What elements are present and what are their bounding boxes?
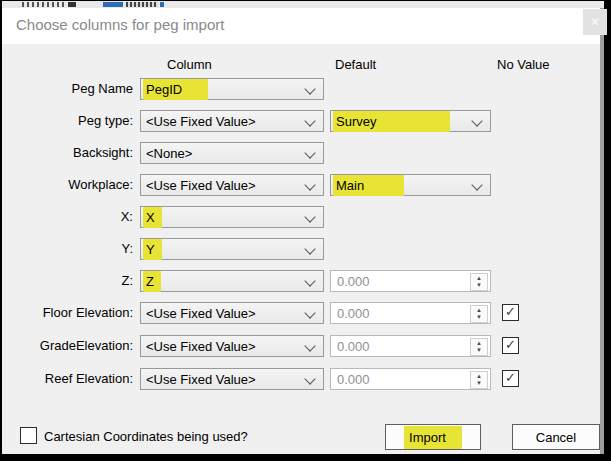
row-label: Peg type: xyxy=(8,110,133,132)
reef-elevation-default-spinner[interactable]: 0.000 ▲ ▼ xyxy=(330,368,491,390)
dropdown-value: <Use Fixed Value> xyxy=(146,372,256,387)
dialog-title: Choose columns for peg import xyxy=(16,16,224,33)
dropdown-value: Survey xyxy=(333,111,450,132)
grade-elevation-column-dropdown[interactable]: <Use Fixed Value> xyxy=(140,335,324,357)
background-import-icon xyxy=(103,2,123,7)
x-column-dropdown[interactable]: X xyxy=(140,206,324,228)
spinner-up-icon[interactable]: ▲ xyxy=(476,275,482,282)
spinner-buttons[interactable]: ▲ ▼ xyxy=(470,273,488,291)
chevron-down-icon xyxy=(304,373,315,384)
grade-elevation-default-spinner[interactable]: 0.000 ▲ ▼ xyxy=(330,335,491,357)
reef-elevation-column-dropdown[interactable]: <Use Fixed Value> xyxy=(140,368,324,390)
background-toolbar-marks xyxy=(126,2,158,7)
cartesian-coordinates-checkbox[interactable] xyxy=(20,427,37,444)
column-header-no-value: No Value xyxy=(497,57,550,72)
spinner-down-icon[interactable]: ▼ xyxy=(476,380,482,387)
column-header-column: Column xyxy=(167,57,212,72)
z-default-spinner[interactable]: 0.000 ▲ ▼ xyxy=(330,270,491,292)
row-label: Y: xyxy=(8,238,133,260)
chevron-down-icon xyxy=(471,179,482,190)
close-button[interactable]: ✕ xyxy=(583,9,607,35)
peg-type-column-dropdown[interactable]: <Use Fixed Value> xyxy=(140,110,324,132)
column-header-default: Default xyxy=(335,57,376,72)
dropdown-value: <Use Fixed Value> xyxy=(146,339,256,354)
chevron-down-icon xyxy=(304,115,315,126)
chevron-down-icon xyxy=(304,179,315,190)
dropdown-value: <Use Fixed Value> xyxy=(146,178,256,193)
spinner-up-icon[interactable]: ▲ xyxy=(476,373,482,380)
cartesian-coordinates-label: Cartesian Coordinates being used? xyxy=(44,429,248,444)
spinner-value: 0.000 xyxy=(337,274,370,289)
row-label: Reef Elevation: xyxy=(8,368,133,390)
dropdown-value: <Use Fixed Value> xyxy=(146,114,256,129)
dropdown-value: PegID xyxy=(143,79,208,100)
dropdown-value: Main xyxy=(333,175,404,196)
chevron-down-icon xyxy=(304,243,315,254)
dropdown-value: X xyxy=(143,207,162,228)
chevron-down-icon xyxy=(304,147,315,158)
spinner-value: 0.000 xyxy=(337,339,370,354)
chevron-down-icon xyxy=(304,340,315,351)
peg-name-column-dropdown[interactable]: PegID xyxy=(140,78,324,100)
background-app-fragment xyxy=(2,1,604,8)
chevron-down-icon xyxy=(304,307,315,318)
row-label: GradeElevation: xyxy=(8,335,133,357)
y-column-dropdown[interactable]: Y xyxy=(140,238,324,260)
reef-elevation-no-value-checkbox[interactable]: ✓ xyxy=(502,370,519,387)
import-button-label: Import xyxy=(404,426,462,449)
workplace-default-dropdown[interactable]: Main xyxy=(330,174,491,196)
background-toolbar-marks xyxy=(68,2,76,7)
chevron-down-icon xyxy=(304,211,315,222)
row-label: Workplace: xyxy=(8,174,133,196)
dropdown-value: <None> xyxy=(146,146,192,161)
chevron-down-icon xyxy=(304,275,315,286)
dropdown-value: Y xyxy=(143,239,162,260)
peg-type-default-dropdown[interactable]: Survey xyxy=(330,110,491,132)
spinner-buttons[interactable]: ▲ ▼ xyxy=(470,305,488,323)
floor-elevation-default-spinner[interactable]: 0.000 ▲ ▼ xyxy=(330,302,491,324)
chevron-down-icon xyxy=(304,83,315,94)
row-label: Z: xyxy=(8,270,133,292)
background-toolbar-marks xyxy=(160,2,164,7)
row-label: X: xyxy=(8,206,133,228)
dialog-edge-shadow xyxy=(600,8,604,454)
spinner-value: 0.000 xyxy=(337,306,370,321)
backsight-column-dropdown[interactable]: <None> xyxy=(140,142,324,164)
check-icon: ✓ xyxy=(505,371,516,384)
row-label: Floor Elevation: xyxy=(8,302,133,324)
screenshot-frame: Choose columns for peg import ✕ Column D… xyxy=(0,0,611,461)
spinner-value: 0.000 xyxy=(337,372,370,387)
spinner-buttons[interactable]: ▲ ▼ xyxy=(470,338,488,356)
close-icon: ✕ xyxy=(590,15,600,29)
spinner-down-icon[interactable]: ▼ xyxy=(476,347,482,354)
dropdown-value: <Use Fixed Value> xyxy=(146,306,256,321)
check-icon: ✓ xyxy=(505,305,516,318)
spinner-down-icon[interactable]: ▼ xyxy=(476,282,482,289)
chevron-down-icon xyxy=(471,115,482,126)
z-column-dropdown[interactable]: Z xyxy=(140,270,324,292)
floor-elevation-no-value-checkbox[interactable]: ✓ xyxy=(502,304,519,321)
row-label: Backsight: xyxy=(8,142,133,164)
background-toolbar-marks xyxy=(22,2,64,7)
check-icon: ✓ xyxy=(505,338,516,351)
spinner-up-icon[interactable]: ▲ xyxy=(476,307,482,314)
cancel-button[interactable]: Cancel xyxy=(512,424,600,450)
workplace-column-dropdown[interactable]: <Use Fixed Value> xyxy=(140,174,324,196)
grade-elevation-no-value-checkbox[interactable]: ✓ xyxy=(502,337,519,354)
row-label: Peg Name xyxy=(8,78,133,100)
import-button[interactable]: Import xyxy=(385,424,481,450)
spinner-down-icon[interactable]: ▼ xyxy=(476,314,482,321)
spinner-up-icon[interactable]: ▲ xyxy=(476,340,482,347)
dropdown-value: Z xyxy=(143,271,161,292)
spinner-buttons[interactable]: ▲ ▼ xyxy=(470,371,488,389)
floor-elevation-column-dropdown[interactable]: <Use Fixed Value> xyxy=(140,302,324,324)
cancel-button-label: Cancel xyxy=(536,430,576,445)
